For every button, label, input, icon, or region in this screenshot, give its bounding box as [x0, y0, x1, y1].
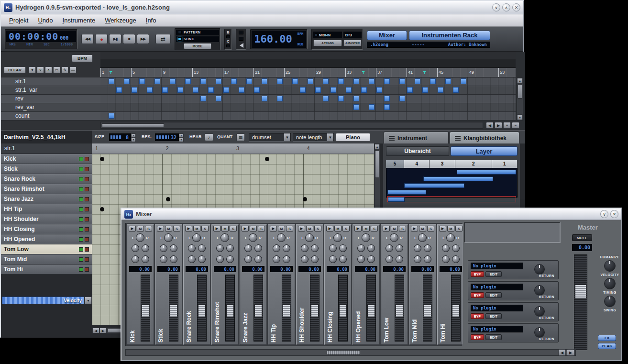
- song-cell[interactable]: [315, 77, 322, 86]
- instrument-row[interactable]: Kick: [1, 154, 92, 164]
- song-cell[interactable]: [345, 86, 353, 94]
- channel-fx-send-knob[interactable]: [357, 244, 365, 252]
- note-dot[interactable]: [100, 157, 104, 161]
- layer-header-cell[interactable]: 2: [455, 160, 492, 168]
- timeline-cell[interactable]: [399, 68, 407, 77]
- song-cell[interactable]: [322, 86, 330, 94]
- channel-play-button[interactable]: ▶: [354, 226, 362, 232]
- song-cell[interactable]: [506, 95, 514, 103]
- timeline-cell[interactable]: 1: [100, 68, 108, 77]
- song-horizontal-scrollbar[interactable]: [100, 122, 483, 129]
- channel-fx-send-knob[interactable]: [283, 255, 290, 263]
- channel-fx-send-knob[interactable]: [132, 244, 139, 252]
- channel-mute-button[interactable]: M: [419, 226, 426, 232]
- song-cell[interactable]: [460, 112, 468, 120]
- main-titlebar[interactable]: H₂ Hydrogen 0.9.5-svn-exported - love_is…: [1, 1, 523, 14]
- channel-fx-send-knob[interactable]: [283, 244, 290, 252]
- note-dot[interactable]: [166, 197, 170, 201]
- song-cell[interactable]: [231, 112, 238, 120]
- song-cell[interactable]: [376, 86, 384, 94]
- song-cell[interactable]: [322, 112, 330, 120]
- song-cell[interactable]: [223, 86, 231, 94]
- channel-fader[interactable]: [197, 275, 207, 342]
- pattern-list-item[interactable]: count: [1, 112, 100, 121]
- size-value-display[interactable]: 8: [109, 133, 131, 141]
- timeline-cell[interactable]: [154, 68, 162, 77]
- channel-fx-send-knob[interactable]: [311, 255, 319, 263]
- song-cell[interactable]: [475, 95, 483, 103]
- song-cell[interactable]: [452, 86, 460, 94]
- song-cell[interactable]: [215, 95, 223, 103]
- song-cell[interactable]: [162, 86, 169, 94]
- song-cell[interactable]: [452, 77, 460, 86]
- song-cell[interactable]: [215, 112, 223, 120]
- song-cell[interactable]: [292, 112, 299, 120]
- scroll-right-icon[interactable]: ▶: [495, 122, 502, 129]
- instrument-solo-led[interactable]: [85, 267, 89, 272]
- layer-header-cell[interactable]: 1: [492, 160, 518, 168]
- channel-pan-knob[interactable]: [390, 233, 398, 242]
- song-cell[interactable]: [414, 77, 422, 86]
- timeline-cell[interactable]: 41: [407, 68, 414, 77]
- channel-fx-send-knob[interactable]: [216, 244, 224, 252]
- song-cell[interactable]: [475, 86, 483, 94]
- timeline-cell[interactable]: 25: [284, 68, 292, 77]
- song-cell[interactable]: [185, 103, 192, 111]
- instrument-solo-led[interactable]: [85, 217, 89, 221]
- channel-fx-send-knob[interactable]: [311, 244, 319, 252]
- song-cell[interactable]: [223, 77, 231, 86]
- spin-down-icon[interactable]: ▼: [179, 138, 184, 142]
- song-cell[interactable]: [131, 103, 139, 111]
- spin-up-icon[interactable]: ▲: [179, 133, 184, 138]
- song-cell[interactable]: [169, 95, 177, 103]
- song-cell[interactable]: [223, 112, 231, 120]
- resolution-spinner[interactable]: ▲▼: [179, 133, 184, 141]
- channel-fx-send-knob[interactable]: [198, 244, 206, 252]
- song-cell[interactable]: [169, 112, 177, 120]
- channel-solo-button[interactable]: S: [427, 226, 434, 232]
- song-cell[interactable]: [491, 95, 498, 103]
- transport-play-button[interactable]: ▶▮: [109, 34, 121, 44]
- song-cell[interactable]: [208, 95, 215, 103]
- metronome-panel[interactable]: [236, 29, 246, 50]
- song-cell[interactable]: [407, 95, 414, 103]
- song-cell[interactable]: [253, 77, 261, 86]
- channel-pan-knob[interactable]: [220, 233, 229, 242]
- song-cell[interactable]: [422, 86, 430, 94]
- song-cell[interactable]: [368, 112, 376, 120]
- song-cell[interactable]: [483, 112, 491, 120]
- song-cell[interactable]: [384, 77, 391, 86]
- channel-fx-send-knob[interactable]: [170, 244, 177, 252]
- velocity-property-bar[interactable]: Velocity: [2, 297, 84, 304]
- song-cell[interactable]: [238, 77, 246, 86]
- song-cell[interactable]: [430, 77, 437, 86]
- timeline-cell[interactable]: [452, 68, 460, 77]
- song-cell[interactable]: [391, 112, 399, 120]
- timeline-cell[interactable]: 13: [192, 68, 200, 77]
- song-cell[interactable]: [498, 86, 506, 94]
- song-cell[interactable]: [452, 103, 460, 111]
- timeline-cell[interactable]: [215, 68, 223, 77]
- instrument-mute-led[interactable]: [79, 257, 83, 262]
- channel-fader-handle[interactable]: [339, 305, 347, 317]
- instrument-solo-led[interactable]: [85, 247, 89, 252]
- fx-return-knob[interactable]: [534, 264, 545, 275]
- song-cell[interactable]: [131, 86, 139, 94]
- layer-header-cell[interactable]: 4: [404, 160, 430, 168]
- fx-return-knob[interactable]: [534, 285, 545, 296]
- channel-fx-send-knob[interactable]: [188, 255, 196, 263]
- song-cell[interactable]: [253, 86, 261, 94]
- song-cell[interactable]: [131, 95, 139, 103]
- overview-button[interactable]: Übersicht: [386, 146, 449, 156]
- channel-play-button[interactable]: ▶: [326, 226, 333, 232]
- song-cell[interactable]: [483, 77, 491, 86]
- song-cell[interactable]: [498, 77, 506, 86]
- channel-fx-send-knob[interactable]: [396, 244, 403, 252]
- song-cell[interactable]: [154, 77, 162, 86]
- song-mode-row[interactable]: SONG: [176, 36, 219, 42]
- channel-fx-send-knob[interactable]: [329, 244, 337, 252]
- song-cell[interactable]: [116, 103, 123, 111]
- song-cell[interactable]: [353, 103, 361, 111]
- song-cell[interactable]: [299, 95, 307, 103]
- instrument-row[interactable]: HH Opened: [1, 234, 92, 244]
